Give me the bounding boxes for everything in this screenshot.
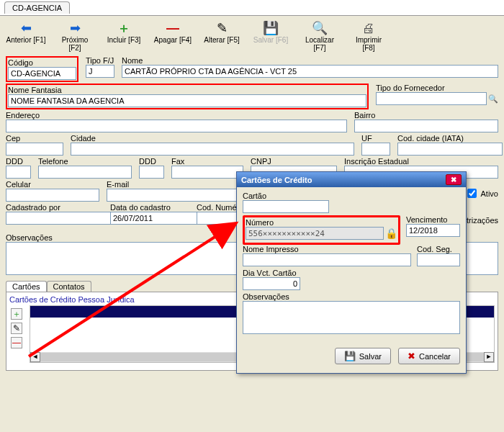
delete-label: Apagar [F4] xyxy=(154,36,192,44)
dlg-save-button[interactable]: 💾 Salvar xyxy=(335,348,391,364)
ddd-input[interactable] xyxy=(6,166,31,179)
endereco-input[interactable] xyxy=(6,120,347,132)
minus-icon: — xyxy=(165,20,181,36)
nome-fantasia-label: Nome Fantasia xyxy=(8,86,366,94)
ddd2-label: DDD xyxy=(139,157,164,166)
cidade-input[interactable] xyxy=(71,143,354,156)
nome-fantasia-highlight: Nome Fantasia xyxy=(6,84,369,109)
dlg-obs-label: Observações xyxy=(243,292,460,301)
arrow-right-icon: ➡ xyxy=(67,20,83,36)
numero-highlight: Número 🔒 xyxy=(243,215,400,245)
pencil-icon: ✎ xyxy=(214,20,230,36)
tab-cartoes[interactable]: Cartões xyxy=(6,281,47,292)
bairro-input[interactable] xyxy=(354,120,498,132)
dlg-codseg-input[interactable] xyxy=(417,253,460,266)
cep-label: Cep xyxy=(6,134,63,143)
insc-estadual-label: Inscrição Estadual xyxy=(344,157,498,166)
dlg-cancel-label: Cancelar xyxy=(419,352,451,361)
celular-input[interactable] xyxy=(6,189,99,202)
dlg-save-label: Salvar xyxy=(359,352,382,361)
dlg-numero-input[interactable] xyxy=(246,227,384,240)
find-label: Localizar [F7] xyxy=(300,36,340,52)
plus-icon: ＋ xyxy=(116,20,132,36)
cep-input[interactable] xyxy=(6,143,63,156)
scroll-right-icon[interactable]: ► xyxy=(484,352,494,362)
window-tab-strip: CD-AGENCIA xyxy=(0,0,504,16)
search-icon[interactable]: 🔍 xyxy=(488,94,498,104)
tipofj-input[interactable] xyxy=(86,65,114,78)
search-icon: 🔍 xyxy=(312,20,328,36)
uf-label: UF xyxy=(361,134,390,143)
save-button: 💾 Salvar [F6] xyxy=(251,20,291,44)
edit-button[interactable]: ✎ Alterar [F5] xyxy=(202,20,242,44)
fax-input[interactable] xyxy=(171,166,243,179)
dialog-title: Cartões de Crédito xyxy=(241,176,312,184)
print-button[interactable]: 🖨 Imprimir [F8] xyxy=(348,20,389,52)
tab-cd-agencia[interactable]: CD-AGENCIA xyxy=(4,1,70,14)
ativo-label: Ativo xyxy=(481,189,498,198)
grid-edit-button[interactable]: ✎ xyxy=(11,323,22,334)
uf-input[interactable] xyxy=(361,143,390,156)
nome-label: Nome xyxy=(122,56,498,65)
dlg-obs-textarea[interactable] xyxy=(243,301,460,334)
tipofj-label: Tipo F/J xyxy=(86,56,114,65)
add-label: Incluir [F3] xyxy=(107,36,141,44)
printer-icon: 🖨 xyxy=(361,20,377,36)
ativo-checkbox[interactable] xyxy=(467,189,477,198)
dlg-venc-input[interactable] xyxy=(406,224,460,237)
dlg-numero-label: Número xyxy=(246,218,397,227)
dlg-cartao-label: Cartão xyxy=(243,192,329,200)
dlg-codseg-label: Cod. Seg. xyxy=(417,245,460,253)
dlg-diavct-label: Dia Vct. Cartão xyxy=(243,269,300,277)
cadastrado-por-label: Cadastrado por xyxy=(6,203,103,212)
tab-contatos[interactable]: Contatos xyxy=(47,281,91,292)
endereco-label: Endereço xyxy=(6,111,347,120)
scroll-left-icon[interactable]: ◄ xyxy=(30,352,40,362)
main-toolbar: ⬅ Anterior [F1] ➡ Próximo [F2] ＋ Incluir… xyxy=(0,16,504,53)
arrow-left-icon: ⬅ xyxy=(18,20,34,36)
lock-icon[interactable]: 🔒 xyxy=(385,228,397,239)
credit-card-dialog: Cartões de Crédito ✖ Cartão Número 🔒 Ven… xyxy=(236,171,467,374)
prev-label: Anterior [F1] xyxy=(6,36,45,44)
dlg-nomeimp-label: Nome Impresso xyxy=(243,245,411,253)
save-label: Salvar [F6] xyxy=(253,36,288,44)
celular-label: Celular xyxy=(6,180,99,189)
codigo-highlight: Código xyxy=(6,56,78,82)
telefone-label: Telefone xyxy=(38,157,132,166)
edit-label: Alterar [F5] xyxy=(204,36,239,44)
ddd-label: DDD xyxy=(6,157,31,166)
cidade-label: Cidade xyxy=(71,134,354,143)
cnpj-label: CNPJ xyxy=(251,157,337,166)
delete-button[interactable]: — Apagar [F4] xyxy=(153,20,193,44)
cadastrado-por-input[interactable] xyxy=(6,212,111,225)
fax-label: Fax xyxy=(171,157,243,166)
close-icon[interactable]: ✖ xyxy=(446,174,462,185)
dlg-cancel-button[interactable]: ✖ Cancelar xyxy=(398,348,460,364)
floppy-icon: 💾 xyxy=(263,20,279,36)
prev-button[interactable]: ⬅ Anterior [F1] xyxy=(6,20,46,44)
cancel-icon: ✖ xyxy=(408,351,415,361)
dlg-venc-label: Vencimento xyxy=(406,215,460,224)
nome-input[interactable] xyxy=(122,65,498,78)
print-label: Imprimir [F8] xyxy=(348,36,389,52)
ddd2-input[interactable] xyxy=(139,166,164,179)
add-button[interactable]: ＋ Incluir [F3] xyxy=(104,20,144,44)
telefone-input[interactable] xyxy=(38,166,132,179)
find-button[interactable]: 🔍 Localizar [F7] xyxy=(300,20,340,52)
next-label: Próximo [F2] xyxy=(55,36,95,52)
nome-fantasia-input[interactable] xyxy=(8,94,366,107)
next-button[interactable]: ➡ Próximo [F2] xyxy=(55,20,95,52)
cod-cidade-input[interactable] xyxy=(397,143,503,156)
data-cadastro-label: Data do cadastro xyxy=(110,203,189,212)
dlg-diavct-input[interactable] xyxy=(243,277,300,290)
tipo-fornecedor-input[interactable] xyxy=(376,92,487,105)
floppy-icon: 💾 xyxy=(344,351,356,361)
grid-add-button[interactable]: ＋ xyxy=(11,308,22,320)
grid-delete-button[interactable]: — xyxy=(11,337,22,348)
dlg-cartao-input[interactable] xyxy=(243,200,329,213)
codigo-label: Código xyxy=(8,58,76,67)
cod-cidade-label: Cod. cidade (IATA) xyxy=(397,134,498,143)
codigo-input[interactable] xyxy=(8,67,76,80)
bairro-label: Bairro xyxy=(354,111,498,120)
dlg-nomeimp-input[interactable] xyxy=(243,253,411,266)
